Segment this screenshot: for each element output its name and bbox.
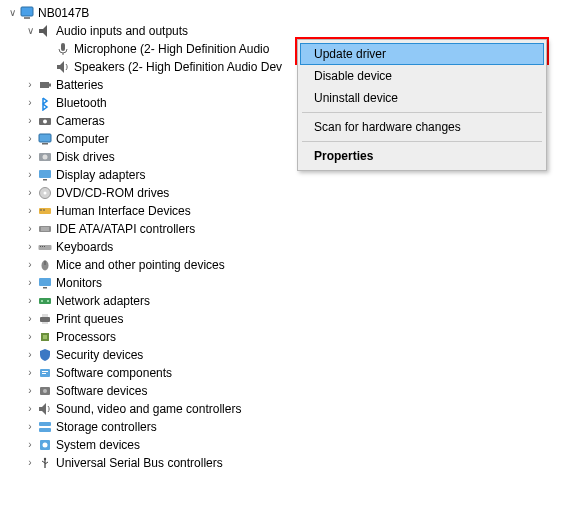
- tree-label: System devices: [56, 436, 144, 454]
- audio-icon: [37, 23, 53, 39]
- tree-row-network[interactable]: › Network adapters: [24, 292, 562, 310]
- menu-item-disable-device[interactable]: Disable device: [300, 65, 544, 87]
- svg-point-13: [43, 155, 48, 160]
- hid-icon: [37, 203, 53, 219]
- expander-icon[interactable]: ›: [24, 364, 36, 382]
- tree-row-processors[interactable]: › Processors: [24, 328, 562, 346]
- display-icon: [37, 167, 53, 183]
- tree-row-keyboards[interactable]: › Keyboards: [24, 238, 562, 256]
- tree-row-hid[interactable]: › Human Interface Devices: [24, 202, 562, 220]
- tree-row-ide[interactable]: › IDE ATA/ATAPI controllers: [24, 220, 562, 238]
- tree-label: Mice and other pointing devices: [56, 256, 229, 274]
- svg-rect-1: [24, 17, 30, 19]
- expander-icon[interactable]: ∨: [6, 4, 18, 22]
- tree-label: Batteries: [56, 76, 107, 94]
- expander-icon[interactable]: ›: [24, 310, 36, 328]
- tree-row-swdev[interactable]: › Software devices: [24, 382, 562, 400]
- tree-label: Processors: [56, 328, 120, 346]
- expander-icon[interactable]: ›: [24, 184, 36, 202]
- expander-icon[interactable]: ›: [24, 148, 36, 166]
- menu-item-uninstall-device[interactable]: Uninstall device: [300, 87, 544, 109]
- expander-icon[interactable]: ›: [24, 130, 36, 148]
- tree-row-swcomp[interactable]: › Software components: [24, 364, 562, 382]
- tree-row-security[interactable]: › Security devices: [24, 346, 562, 364]
- expander-icon[interactable]: ›: [24, 418, 36, 436]
- svg-rect-42: [42, 373, 46, 374]
- svg-point-34: [47, 300, 49, 302]
- expander-icon[interactable]: ›: [24, 292, 36, 310]
- svg-point-9: [43, 120, 47, 124]
- expander-icon[interactable]: ›: [24, 436, 36, 454]
- microphone-icon: [55, 41, 71, 57]
- svg-rect-11: [42, 143, 48, 145]
- tree-row-sound[interactable]: › Sound, video and game controllers: [24, 400, 562, 418]
- svg-rect-46: [39, 422, 51, 426]
- tree-node-storage: › Storage controllers: [24, 418, 562, 436]
- tree-node-swcomp: › Software components: [24, 364, 562, 382]
- tree-row-mice[interactable]: › Mice and other pointing devices: [24, 256, 562, 274]
- expander-icon[interactable]: ›: [24, 400, 36, 418]
- tree-label: Print queues: [56, 310, 127, 328]
- tree-label: Microphone (2- High Definition Audio: [74, 40, 273, 58]
- expander-icon[interactable]: ›: [24, 94, 36, 112]
- svg-rect-0: [21, 7, 33, 16]
- tree-row-print[interactable]: › Print queues: [24, 310, 562, 328]
- expander-icon[interactable]: ›: [24, 274, 36, 292]
- svg-marker-5: [57, 61, 64, 73]
- security-icon: [37, 347, 53, 363]
- computer-icon: [37, 131, 53, 147]
- tree-row-system[interactable]: › System devices: [24, 436, 562, 454]
- tree-label: Speakers (2- High Definition Audio Dev: [74, 58, 286, 76]
- tree-row-audio[interactable]: ∨ Audio inputs and outputs: [24, 22, 562, 40]
- menu-separator: [302, 112, 542, 113]
- svg-point-17: [44, 192, 47, 195]
- dvd-icon: [37, 185, 53, 201]
- tree-node-security: › Security devices: [24, 346, 562, 364]
- tree-row-dvd[interactable]: › DVD/CD-ROM drives: [24, 184, 562, 202]
- svg-rect-35: [40, 317, 50, 322]
- expander-icon[interactable]: ›: [24, 76, 36, 94]
- menu-item-scan-for-hardware-changes[interactable]: Scan for hardware changes: [300, 116, 544, 138]
- context-menu: Update driverDisable deviceUninstall dev…: [297, 39, 547, 171]
- svg-point-44: [43, 389, 47, 393]
- expander-icon[interactable]: ›: [24, 382, 36, 400]
- tree-row-storage[interactable]: › Storage controllers: [24, 418, 562, 436]
- expander-icon[interactable]: ›: [24, 220, 36, 238]
- tree-row-root[interactable]: ∨ NB0147B: [6, 4, 562, 22]
- menu-item-properties[interactable]: Properties: [300, 145, 544, 167]
- svg-rect-32: [39, 298, 51, 304]
- tree-label: Sound, video and game controllers: [56, 400, 245, 418]
- ide-icon: [37, 221, 53, 237]
- svg-rect-19: [40, 210, 42, 211]
- monitors-icon: [37, 275, 53, 291]
- tree-row-usb[interactable]: › Universal Serial Bus controllers: [24, 454, 562, 472]
- storage-icon: [37, 419, 53, 435]
- tree-node-mice: › Mice and other pointing devices: [24, 256, 562, 274]
- menu-item-update-driver[interactable]: Update driver: [300, 43, 544, 65]
- expander-icon[interactable]: ›: [24, 238, 36, 256]
- expander-icon[interactable]: ›: [24, 256, 36, 274]
- svg-rect-27: [44, 246, 45, 247]
- tree-node-ide: › IDE ATA/ATAPI controllers: [24, 220, 562, 238]
- svg-rect-6: [40, 82, 49, 88]
- diskdrives-icon: [37, 149, 53, 165]
- tree-node-dvd: › DVD/CD-ROM drives: [24, 184, 562, 202]
- tree-node-keyboards: › Keyboards: [24, 238, 562, 256]
- tree-label: Network adapters: [56, 292, 154, 310]
- expander-icon[interactable]: ›: [24, 346, 36, 364]
- svg-rect-41: [42, 371, 48, 372]
- processors-icon: [37, 329, 53, 345]
- expander-icon[interactable]: ›: [24, 328, 36, 346]
- mice-icon: [37, 257, 53, 273]
- expander-icon[interactable]: ›: [24, 202, 36, 220]
- expander-icon[interactable]: ›: [24, 166, 36, 184]
- tree-row-monitors[interactable]: › Monitors: [24, 274, 562, 292]
- expander-icon[interactable]: ›: [24, 454, 36, 472]
- svg-point-49: [43, 443, 48, 448]
- tree-node-network: › Network adapters: [24, 292, 562, 310]
- expander-icon[interactable]: ∨: [24, 22, 36, 40]
- batteries-icon: [37, 77, 53, 93]
- expander-icon[interactable]: ›: [24, 112, 36, 130]
- svg-rect-10: [39, 134, 51, 142]
- svg-rect-26: [42, 246, 43, 247]
